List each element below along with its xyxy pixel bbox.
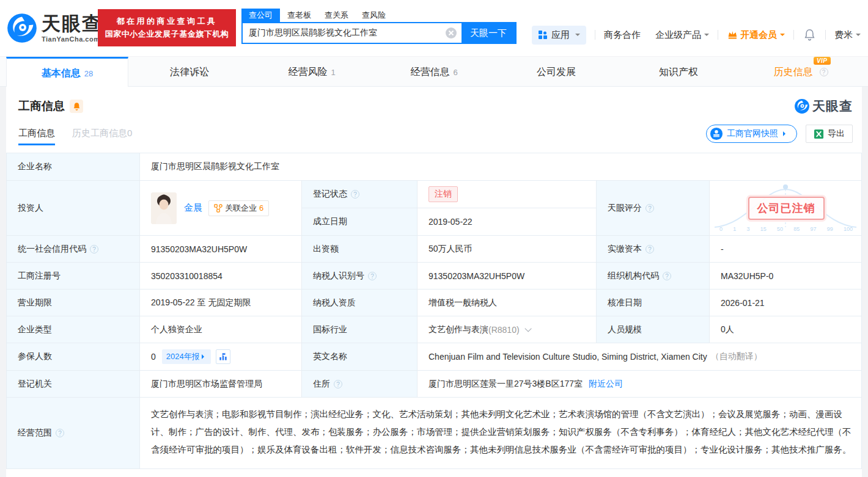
question-icon[interactable]: ?	[56, 429, 64, 437]
promo-banner: 都在用的商业查询工具 国家中小企业发展子基金旗下机构	[98, 9, 236, 46]
crown-icon	[727, 30, 738, 40]
approval-date-value: 2026-01-21	[710, 289, 862, 316]
apps-menu[interactable]: 应用	[532, 26, 586, 45]
question-icon[interactable]: ?	[663, 272, 671, 280]
promo-line2: 国家中小企业发展子基金旗下机构	[105, 29, 229, 40]
business-info-card: 工商信息 天眼查	[6, 87, 862, 477]
capital-value: 50万人民币	[417, 236, 597, 262]
export-button[interactable]: 导出	[806, 125, 853, 143]
company-tab-strip: 基本信息 28 法律诉讼 经营风险 1 经营信息 6 公司发展 知识产权 历史信…	[0, 56, 868, 87]
establish-date-value: 2019-05-22	[417, 208, 597, 235]
search-area: 查公司 查老板 查关系 查风险 天眼一下	[241, 9, 517, 44]
brand-domain: TianYanCha.com	[42, 35, 102, 43]
notification-bell-icon[interactable]	[804, 29, 815, 41]
business-term-label: 营业期限	[7, 289, 140, 316]
subscribe-bell-icon[interactable]	[70, 100, 83, 113]
promo-line1: 都在用的商业查询工具	[117, 16, 218, 27]
question-icon[interactable]: ?	[334, 380, 342, 388]
nav-open-vip[interactable]: 开通会员	[727, 29, 785, 41]
stamp-icon	[710, 127, 723, 140]
question-icon[interactable]: ?	[645, 204, 654, 213]
subtab-history-business-info[interactable]: 历史工商信息0	[72, 128, 132, 145]
divider	[718, 30, 718, 40]
tab-intellectual-property[interactable]: 知识产权	[617, 57, 740, 87]
org-code-value: MA32UH5P-0	[710, 263, 862, 289]
tab-count: 6	[453, 68, 457, 77]
tab-label: 经营信息	[410, 66, 449, 79]
score-axis: 013 155085 9799100	[719, 226, 853, 232]
staff-size-value: 0人	[710, 316, 862, 343]
export-label: 导出	[828, 128, 845, 139]
related-companies-count: 6	[259, 203, 263, 213]
tab-operating-info[interactable]: 经营信息 6	[373, 57, 495, 87]
credit-code-label: 统一社会信用代码 ?	[7, 236, 140, 262]
nearby-companies-link[interactable]: 附近公司	[589, 379, 623, 390]
investor-avatar[interactable]	[151, 192, 177, 224]
reg-number-label: 工商注册号	[7, 263, 140, 289]
annual-report-badge[interactable]: 2024年报	[162, 349, 211, 364]
brand-logo[interactable]: 天眼查 TianYanCha.com	[6, 12, 102, 44]
tab-legal[interactable]: 法律诉讼	[128, 57, 251, 87]
chevron-down-icon	[780, 34, 785, 38]
subtab-business-info[interactable]: 工商信息	[18, 128, 55, 145]
chevron-down-icon	[704, 34, 709, 38]
table-row: 参保人数 0 2024年报	[7, 343, 861, 371]
tab-operating-risk[interactable]: 经营风险 1	[251, 57, 373, 87]
clear-icon[interactable]	[446, 27, 457, 38]
question-icon[interactable]: ?	[351, 190, 359, 198]
taxpayer-id-label: 纳税人识别号 ?	[302, 263, 417, 289]
user-menu[interactable]: 费米	[834, 29, 861, 41]
tianyancha-swirl-icon	[794, 98, 810, 114]
reg-status-label: 登记状态 ?	[302, 181, 417, 208]
nav-cooperation[interactable]: 商务合作	[604, 29, 641, 41]
status-block: 登记状态 ? 注销 成立日期 2019-05-22	[302, 181, 597, 235]
network-icon	[214, 204, 223, 213]
approval-date-label: 核准日期	[597, 289, 710, 316]
investor-cell: 金晨 关联企业 6	[140, 181, 302, 235]
chevron-down-icon[interactable]	[524, 325, 531, 332]
question-icon[interactable]: ?	[368, 272, 377, 280]
investor-name-link[interactable]: 金晨	[184, 202, 202, 214]
search-tab-boss[interactable]: 查老板	[287, 9, 311, 22]
question-icon[interactable]: ?	[90, 245, 98, 253]
tianyancha-company-page: 天眼查 TianYanCha.com 都在用的商业查询工具 国家中小企业发展子基…	[0, 0, 868, 477]
tab-count: 1	[331, 68, 335, 77]
question-icon[interactable]: ?	[645, 245, 654, 253]
industry-code: (R8810)	[488, 325, 520, 335]
brand-text: 天眼查 TianYanCha.com	[42, 12, 102, 43]
tab-history-info[interactable]: 历史信息 ? VIP	[740, 57, 862, 87]
table-row: 工商注册号 350203310018854 纳税人识别号 ? 91350203M…	[7, 263, 861, 289]
search-tab-company[interactable]: 查公司	[241, 9, 280, 22]
staff-size-label: 人员规模	[597, 316, 710, 343]
insured-count-cell: 0 2024年报	[140, 343, 302, 370]
tab-basic-info[interactable]: 基本信息 28	[6, 57, 128, 88]
insured-trend-chart-icon[interactable]	[216, 349, 230, 364]
top-header: 天眼查 TianYanCha.com 都在用的商业查询工具 国家中小企业发展子基…	[0, 0, 868, 56]
capital-label: 出资额	[302, 236, 417, 262]
search-input[interactable]	[243, 23, 446, 43]
reg-status-value: 注销	[417, 181, 597, 208]
arrow-right-icon	[783, 131, 788, 136]
tab-label: 公司发展	[537, 66, 576, 79]
search-tab-relation[interactable]: 查关系	[325, 9, 348, 22]
apps-grid-icon	[538, 30, 548, 40]
paid-capital-label: 实缴资本 ?	[597, 236, 710, 262]
apps-label: 应用	[551, 29, 570, 41]
reg-authority-label: 登记机关	[7, 371, 140, 397]
tyc-score-label: 天眼评分 ?	[597, 181, 710, 235]
tab-label: 历史信息	[774, 66, 813, 79]
arrow-right-icon	[202, 354, 207, 359]
official-snapshot-button[interactable]: 工商官网快照	[706, 125, 797, 143]
insured-count-value: 0	[151, 352, 156, 362]
nav-enterprise[interactable]: 企业级产品	[655, 29, 709, 41]
search-tab-risk[interactable]: 查风险	[362, 9, 386, 22]
org-code-label: 组织机构代码 ?	[597, 263, 710, 289]
auto-translate-note: （自动翻译）	[711, 351, 762, 362]
search-button[interactable]: 天眼一下	[462, 23, 515, 43]
related-companies-label: 关联企业	[225, 203, 257, 214]
related-companies-badge[interactable]: 关联企业 6	[208, 200, 269, 216]
tab-company-development[interactable]: 公司发展	[495, 57, 617, 87]
english-name-value: Chenjuan Film and Television Culture Stu…	[417, 343, 862, 370]
taxpayer-quality-value: 增值税一般纳税人	[417, 289, 597, 316]
question-icon[interactable]: ?	[820, 68, 828, 76]
